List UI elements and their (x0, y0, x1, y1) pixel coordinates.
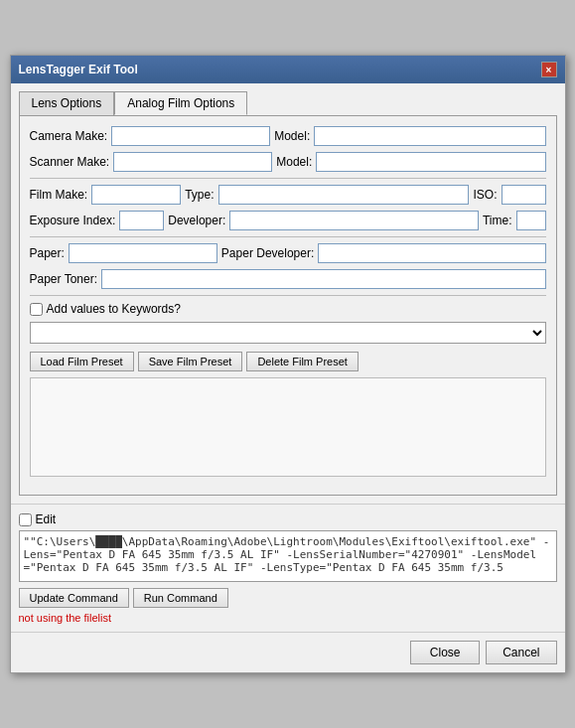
film-make-input[interactable] (91, 185, 181, 205)
film-make-label: Film Make: (30, 188, 88, 202)
camera-make-input[interactable] (111, 126, 270, 146)
developer-time-input[interactable] (516, 211, 546, 230)
preset-buttons-row: Load Film Preset Save Film Preset Delete… (30, 352, 546, 371)
add-keywords-label: Add values to Keywords? (47, 302, 181, 316)
developer-time-label: Time: (483, 214, 512, 227)
edit-label: Edit (36, 512, 57, 526)
film-options-panel: Camera Make: Model: Scanner Make: Model:… (19, 115, 557, 496)
exposure-index-label: Exposure Index: (30, 214, 116, 227)
film-type-input[interactable] (218, 185, 470, 205)
divider-2 (30, 236, 546, 237)
close-icon: × (546, 65, 552, 75)
main-window: LensTagger Exif Tool × Lens Options Anal… (10, 55, 566, 673)
scanner-model-input[interactable] (316, 152, 545, 172)
paper-toner-input[interactable] (101, 269, 546, 289)
window-title: LensTagger Exif Tool (19, 63, 138, 76)
title-bar: LensTagger Exif Tool × (11, 56, 565, 83)
camera-make-row: Camera Make: Model: (30, 126, 546, 146)
paper-label: Paper: (30, 246, 65, 260)
add-keywords-checkbox[interactable] (30, 303, 43, 316)
film-iso-input[interactable] (502, 185, 546, 205)
film-type-label: Type: (185, 188, 214, 202)
empty-area (30, 377, 546, 477)
film-iso-label: ISO: (473, 188, 497, 202)
keywords-row: Add values to Keywords? (30, 302, 546, 316)
paper-toner-row: Paper Toner: (30, 269, 546, 289)
delete-preset-button[interactable]: Delete Film Preset (246, 352, 358, 371)
action-buttons-row: Update Command Run Command (19, 588, 557, 608)
paper-developer-label: Paper Developer: (221, 246, 314, 260)
scanner-make-input[interactable] (113, 152, 272, 172)
tab-bar: Lens Options Analog Film Options (19, 91, 557, 115)
preset-dropdown[interactable] (30, 322, 546, 344)
scanner-make-row: Scanner Make: Model: (30, 152, 546, 172)
divider-3 (30, 295, 546, 296)
cancel-button[interactable]: Cancel (486, 641, 556, 664)
camera-model-label: Model: (274, 129, 310, 143)
edit-checkbox[interactable] (19, 513, 32, 526)
camera-model-input[interactable] (314, 126, 545, 146)
status-text: not using the filelist (19, 612, 557, 624)
preset-dropdown-row (30, 322, 546, 344)
save-preset-button[interactable]: Save Film Preset (138, 352, 243, 371)
update-command-button[interactable]: Update Command (19, 588, 129, 608)
film-make-row: Film Make: Type: ISO: (30, 185, 546, 205)
exposure-index-input[interactable] (119, 211, 164, 230)
scanner-make-label: Scanner Make: (30, 155, 110, 169)
camera-make-label: Camera Make: (30, 129, 108, 143)
load-preset-button[interactable]: Load Film Preset (30, 352, 134, 371)
tab-lens-options[interactable]: Lens Options (19, 91, 115, 115)
footer: Close Cancel (11, 632, 565, 672)
scanner-model-label: Model: (276, 155, 312, 169)
paper-toner-label: Paper Toner: (30, 272, 98, 286)
exposure-row: Exposure Index: Developer: Time: (30, 211, 546, 230)
run-command-button[interactable]: Run Command (133, 588, 228, 608)
window-close-button[interactable]: × (541, 62, 557, 77)
developer-label: Developer: (168, 214, 225, 227)
bottom-section: Edit ""C:\Users\████\AppData\Roaming\Ado… (11, 504, 565, 632)
developer-input[interactable] (229, 211, 479, 230)
content-area: Lens Options Analog Film Options Camera … (11, 83, 565, 504)
divider-1 (30, 178, 546, 179)
command-box: ""C:\Users\████\AppData\Roaming\Adobe\Li… (19, 530, 557, 582)
paper-input[interactable] (69, 243, 217, 263)
paper-row: Paper: Paper Developer: (30, 243, 546, 263)
close-button[interactable]: Close (410, 641, 480, 664)
edit-row: Edit (19, 512, 557, 526)
paper-developer-input[interactable] (318, 243, 545, 263)
tab-analog-film-options[interactable]: Analog Film Options (114, 91, 247, 115)
